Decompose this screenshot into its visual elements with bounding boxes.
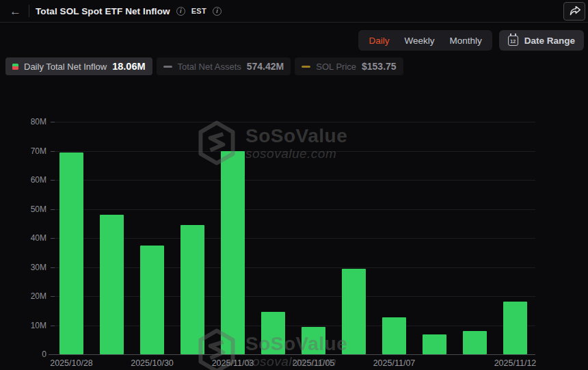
y-axis-label: 30M — [0, 263, 46, 272]
tab-daily[interactable]: Daily — [369, 36, 389, 46]
share-button[interactable] — [563, 2, 585, 21]
y-axis-label: 0 — [0, 349, 46, 359]
chart-bar[interactable] — [100, 215, 124, 354]
calendar-icon: 12 — [508, 36, 518, 46]
y-axis-label: 40M — [0, 233, 46, 243]
gridline — [51, 122, 535, 122]
chart-bar[interactable] — [342, 269, 366, 354]
gridline — [51, 151, 535, 152]
y-axis-tick — [51, 238, 55, 239]
header-divider — [29, 5, 29, 17]
line-series-icon — [302, 66, 310, 68]
chart-bar[interactable] — [302, 327, 325, 354]
legend-item-daily-net-inflow[interactable]: Daily Total Net Inflow 18.06M — [5, 57, 152, 75]
chart-bar[interactable] — [181, 225, 204, 354]
y-axis-tick — [51, 122, 55, 122]
interval-tabs: Daily Weekly Monthly — [358, 30, 492, 51]
legend-label: Daily Total Net Inflow — [24, 62, 107, 72]
calendar-day: 12 — [510, 38, 516, 45]
chart-bar[interactable] — [423, 334, 446, 354]
gridline — [51, 209, 535, 210]
info-icon[interactable]: i — [213, 7, 222, 16]
y-axis-label: 70M — [0, 146, 46, 156]
gridline — [51, 296, 535, 297]
toolbar: Daily Weekly Monthly 12 Date Range — [0, 30, 588, 51]
y-axis-label: 10M — [0, 321, 46, 330]
gridline — [51, 267, 535, 268]
y-axis-tick — [51, 267, 55, 268]
legend-item-total-net-assets[interactable]: Total Net Assets 574.42M — [157, 57, 291, 75]
legend: Daily Total Net Inflow 18.06M Total Net … — [5, 57, 588, 75]
y-axis-label: 20M — [0, 291, 46, 301]
timezone-label: EST — [191, 7, 206, 15]
chart-bar[interactable] — [382, 317, 406, 354]
y-axis-label: 50M — [0, 204, 46, 214]
y-axis-tick — [51, 326, 55, 326]
candle-icon — [12, 64, 18, 70]
x-axis-label: 2025/11/03 — [196, 358, 271, 368]
chart-bar[interactable] — [221, 151, 245, 355]
x-axis-label: 2025/11/12 — [478, 358, 553, 368]
chart-bar[interactable] — [59, 153, 83, 354]
tab-weekly[interactable]: Weekly — [404, 36, 434, 46]
tab-monthly[interactable]: Monthly — [449, 36, 481, 46]
y-axis-tick — [51, 209, 55, 210]
back-button[interactable]: ← — [8, 5, 23, 17]
chart-bar[interactable] — [261, 312, 285, 354]
y-axis-label: 80M — [0, 117, 46, 127]
date-range-button[interactable]: 12 Date Range — [499, 30, 584, 51]
y-axis-label: 60M — [0, 175, 46, 185]
x-axis-label: 2025/11/07 — [357, 358, 432, 368]
legend-label: Total Net Assets — [178, 62, 241, 72]
gridline — [51, 180, 535, 181]
chart-bar[interactable] — [463, 331, 487, 354]
legend-item-sol-price[interactable]: SOL Price $153.75 — [295, 57, 403, 75]
share-icon — [569, 6, 580, 16]
legend-value: 18.06M — [112, 61, 145, 72]
header: ← Total SOL Spot ETF Net Inflow i EST i — [0, 0, 588, 23]
chart-bar[interactable] — [503, 302, 527, 354]
info-icon[interactable]: i — [176, 7, 185, 16]
legend-value: $153.75 — [362, 61, 397, 72]
line-series-icon — [163, 66, 172, 68]
date-range-label: Date Range — [524, 36, 575, 46]
gridline — [51, 238, 535, 239]
chart-bar[interactable] — [140, 246, 164, 354]
y-axis-tick — [51, 296, 55, 297]
y-axis-tick — [51, 151, 55, 152]
x-axis-line — [49, 354, 535, 355]
y-axis-tick — [51, 180, 55, 181]
legend-label: SOL Price — [316, 62, 356, 72]
legend-value: 574.42M — [247, 61, 284, 72]
page-title: Total SOL Spot ETF Net Inflow — [36, 6, 170, 16]
x-axis-label: 2025/10/30 — [115, 358, 190, 368]
gridline — [51, 326, 535, 326]
x-axis-label: 2025/11/05 — [276, 358, 351, 368]
x-axis-label: 2025/10/28 — [34, 358, 109, 368]
